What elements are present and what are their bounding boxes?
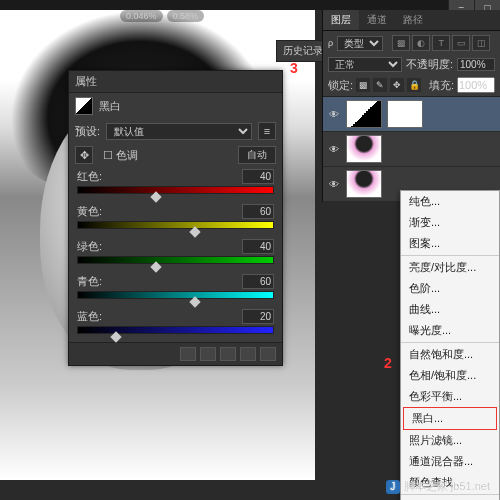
properties-title: 黑白 — [99, 99, 121, 114]
lock-move-icon[interactable]: ✥ — [390, 78, 404, 92]
menu-item[interactable]: 自然饱和度... — [401, 344, 499, 365]
annotation-2: 2 — [384, 355, 392, 371]
menu-separator — [401, 342, 499, 343]
filter-type-icon[interactable]: T — [432, 35, 450, 51]
app-titlebar — [0, 0, 500, 10]
slider-value-input[interactable] — [242, 274, 274, 289]
target-adjust-icon[interactable]: ✥ — [75, 146, 93, 164]
layer-thumb-bw — [346, 100, 382, 128]
bw-adjustment-icon — [75, 97, 93, 115]
layer-filter-kind[interactable]: 类型 — [337, 36, 383, 51]
tab-channels[interactable]: 通道 — [359, 10, 395, 30]
watermark-icon: J — [386, 480, 400, 494]
lock-paint-icon[interactable]: ✎ — [373, 78, 387, 92]
opacity-label: 不透明度: — [406, 57, 453, 72]
stats-overlay: 0.046% 0.58% — [120, 10, 204, 22]
opacity-input[interactable] — [457, 58, 495, 71]
menu-item[interactable]: 通道混合器... — [401, 451, 499, 472]
layers-panel: 图层 通道 路径 ρ 类型 ▩ ◐ T ▭ ◫ 正常 不透明度: 锁定: ▩ ✎… — [322, 10, 500, 202]
menu-item[interactable]: 曲线... — [401, 299, 499, 320]
filter-smart-icon[interactable]: ◫ — [472, 35, 490, 51]
stat-a: 0.046% — [120, 10, 163, 22]
slider-track[interactable] — [77, 256, 274, 266]
annotation-3: 3 — [290, 60, 298, 76]
menu-item[interactable]: 色阶... — [401, 278, 499, 299]
slider-value-input[interactable] — [242, 309, 274, 324]
slider-label: 绿色: — [77, 239, 102, 254]
slider-c: 青色: — [69, 272, 282, 307]
slider-value-input[interactable] — [242, 169, 274, 184]
reset-icon[interactable] — [220, 347, 236, 361]
fill-label: 填充: — [429, 78, 454, 93]
fill-input[interactable] — [457, 77, 495, 93]
blend-mode-select[interactable]: 正常 — [328, 57, 402, 72]
menu-item[interactable]: 亮度/对比度... — [401, 257, 499, 278]
menu-item[interactable]: 渐变... — [401, 212, 499, 233]
slider-value-input[interactable] — [242, 239, 274, 254]
slider-track[interactable] — [77, 326, 274, 336]
menu-separator — [401, 255, 499, 256]
menu-item[interactable]: 纯色... — [401, 191, 499, 212]
slider-b: 蓝色: — [69, 307, 282, 342]
layer-row-adjustment[interactable]: 👁 — [323, 97, 500, 132]
slider-label: 青色: — [77, 274, 102, 289]
slider-track[interactable] — [77, 291, 274, 301]
filter-pixel-icon[interactable]: ▩ — [392, 35, 410, 51]
preset-label: 预设: — [75, 124, 100, 139]
toggle-visibility-icon[interactable] — [240, 347, 256, 361]
menu-item[interactable]: 反相 — [401, 496, 499, 500]
slider-label: 红色: — [77, 169, 102, 184]
slider-label: 黄色: — [77, 204, 102, 219]
visibility-icon[interactable]: 👁 — [327, 144, 341, 155]
slider-value-input[interactable] — [242, 204, 274, 219]
menu-item[interactable]: 图案... — [401, 233, 499, 254]
visibility-icon[interactable]: 👁 — [327, 109, 341, 120]
layer-thumb-photo — [346, 135, 382, 163]
clip-icon[interactable] — [180, 347, 196, 361]
layer-mask-thumb — [387, 100, 423, 128]
properties-tab[interactable]: 属性 — [69, 71, 282, 93]
lock-label: 锁定: — [328, 78, 353, 93]
properties-panel: 属性 黑白 预设: 默认值 ≡ ✥ ☐ 色调 自动 红色:黄色:绿色:青色:蓝色… — [68, 70, 283, 366]
filter-adjust-icon[interactable]: ◐ — [412, 35, 430, 51]
layer-thumb-photo — [346, 170, 382, 198]
menu-item[interactable]: 色彩平衡... — [401, 386, 499, 407]
slider-y: 黄色: — [69, 202, 282, 237]
panel-tabs: 图层 通道 路径 — [323, 10, 500, 31]
tint-checkbox-label[interactable]: 色调 — [116, 149, 138, 161]
layer-filter-icons: ▩ ◐ T ▭ ◫ — [387, 33, 495, 53]
tab-layers[interactable]: 图层 — [323, 10, 359, 30]
auto-button[interactable]: 自动 — [238, 146, 276, 164]
trash-icon[interactable] — [260, 347, 276, 361]
menu-item[interactable]: 色相/饱和度... — [401, 365, 499, 386]
visibility-icon[interactable]: 👁 — [327, 179, 341, 190]
view-prev-icon[interactable] — [200, 347, 216, 361]
menu-item[interactable]: 曝光度... — [401, 320, 499, 341]
watermark: J脚本之家 jb51.net — [386, 477, 490, 494]
slider-track[interactable] — [77, 186, 274, 196]
filter-shape-icon[interactable]: ▭ — [452, 35, 470, 51]
tab-paths[interactable]: 路径 — [395, 10, 431, 30]
slider-r: 红色: — [69, 167, 282, 202]
preset-select[interactable]: 默认值 — [106, 123, 252, 140]
slider-g: 绿色: — [69, 237, 282, 272]
layer-row-copy[interactable]: 👁 — [323, 132, 500, 167]
slider-label: 蓝色: — [77, 309, 102, 324]
lock-transparent-icon[interactable]: ▩ — [356, 78, 370, 92]
adjustment-layer-menu: 纯色... 渐变... 图案... 亮度/对比度... 色阶... 曲线... … — [400, 190, 500, 500]
menu-item-bw[interactable]: 黑白... — [403, 407, 497, 430]
menu-separator — [401, 494, 499, 495]
lock-all-icon[interactable]: 🔒 — [407, 78, 421, 92]
stat-b: 0.58% — [167, 10, 205, 22]
menu-item[interactable]: 照片滤镜... — [401, 430, 499, 451]
properties-footer — [69, 342, 282, 365]
slider-track[interactable] — [77, 221, 274, 231]
preset-menu-icon[interactable]: ≡ — [258, 122, 276, 140]
